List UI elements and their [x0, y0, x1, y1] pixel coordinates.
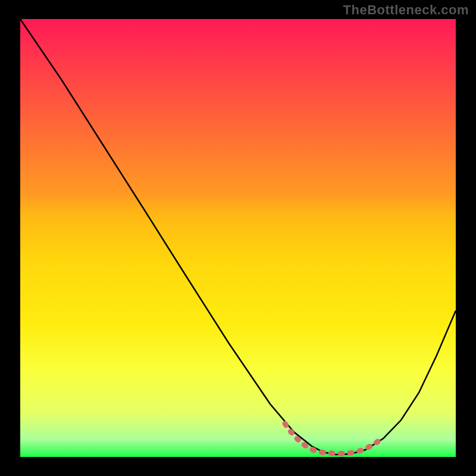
curve-path	[20, 19, 456, 455]
chart-frame: TheBottleneck.com	[0, 0, 476, 476]
bottleneck-curve	[20, 19, 456, 457]
plot-area	[20, 19, 456, 457]
valley-marker	[285, 424, 381, 453]
attribution-text: TheBottleneck.com	[343, 2, 469, 18]
